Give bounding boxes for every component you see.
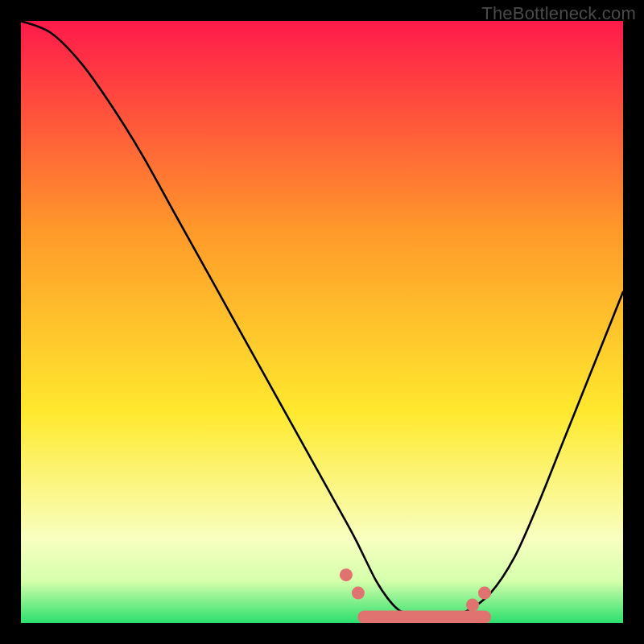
highlight-dot (340, 568, 353, 581)
chart-frame: TheBottleneck.com (0, 0, 644, 644)
highlight-dot (352, 587, 365, 600)
chart-svg (21, 21, 623, 623)
watermark-text: TheBottleneck.com (481, 3, 636, 24)
gradient-background (21, 21, 623, 623)
highlight-dot (478, 587, 491, 600)
highlight-dot (466, 599, 479, 612)
plot-area (21, 21, 623, 623)
